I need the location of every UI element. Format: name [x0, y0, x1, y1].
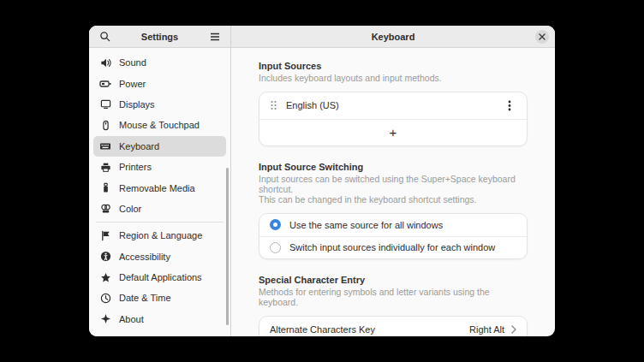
main-headerbar: Keyboard [231, 26, 555, 48]
drag-handle-icon[interactable] [270, 100, 277, 110]
sidebar-item-keyboard[interactable]: Keyboard [93, 136, 226, 157]
sidebar: Settings Sound Power [89, 26, 231, 336]
clock-icon [99, 292, 111, 304]
monitor-icon [99, 98, 111, 110]
section-title: Special Character Entry [259, 275, 528, 285]
menu-icon[interactable] [207, 29, 223, 45]
sidebar-item-sound[interactable]: Sound [93, 52, 226, 73]
section-description: Input sources can be switched using the … [259, 175, 528, 205]
sidebar-item-label: Default Applications [119, 272, 202, 282]
radio-option-label: Use the same source for all windows [289, 220, 443, 230]
special-character-entry-section: Special Character Entry Methods for ente… [259, 275, 528, 336]
sidebar-item-power[interactable]: Power [93, 73, 226, 93]
section-title: Input Sources [259, 61, 528, 71]
battery-icon [99, 78, 111, 90]
sidebar-item-label: Displays [119, 99, 155, 110]
keyboard-settings-content: Input Sources Includes keyboard layouts … [231, 48, 555, 336]
sidebar-item-accessibility[interactable]: Accessibility [93, 246, 226, 267]
plus-icon: + [390, 125, 397, 139]
sidebar-item-printers[interactable]: Printers [93, 157, 226, 177]
mouse-icon [99, 119, 111, 131]
page-title: Keyboard [372, 32, 415, 42]
sidebar-divider [96, 222, 224, 223]
sidebar-item-color[interactable]: Color [93, 199, 226, 219]
accessibility-icon [99, 251, 111, 263]
sidebar-item-default-applications[interactable]: Default Applications [93, 267, 226, 288]
radio-option-per-window[interactable]: Switch input sources individually for ea… [259, 236, 527, 258]
sidebar-item-region-language[interactable]: Region & Language [93, 225, 226, 246]
sidebar-item-label: Accessibility [119, 252, 170, 262]
sidebar-item-label: Region & Language [119, 230, 202, 240]
main-pane: Keyboard Input Sources Includes keyboard… [231, 26, 555, 336]
sidebar-nav: Sound Power Displays Mouse & Touchpad [89, 48, 230, 336]
alternate-characters-key-row[interactable]: Alternate Characters Key Right Alt [259, 317, 527, 336]
chevron-right-icon [511, 325, 516, 334]
close-button[interactable] [535, 30, 549, 44]
usb-drive-icon [99, 182, 111, 194]
printer-icon [99, 161, 111, 173]
search-icon[interactable] [97, 29, 112, 45]
row-label: Alternate Characters Key [270, 324, 375, 335]
speaker-icon [99, 56, 111, 68]
section-description: Methods for entering symbols and letter … [259, 288, 528, 308]
sidebar-item-label: Color [119, 204, 141, 214]
section-description: Includes keyboard layouts and input meth… [259, 74, 528, 84]
description-line-1: Input sources can be switched using the … [259, 175, 528, 195]
sidebar-item-label: Mouse & Touchpad [119, 120, 200, 130]
sparkle-icon [99, 313, 111, 325]
special-character-card: Alternate Characters Key Right Alt Compo… [259, 316, 528, 336]
add-input-source-button[interactable]: + [259, 119, 527, 145]
star-icon [99, 271, 111, 283]
row-value: Right Alt [469, 324, 504, 335]
more-options-icon[interactable] [503, 98, 516, 112]
sidebar-item-label: Keyboard [119, 141, 159, 151]
keyboard-icon [99, 140, 111, 152]
sidebar-item-label: Printers [119, 162, 152, 172]
sidebar-headerbar: Settings [89, 26, 230, 48]
input-sources-section: Input Sources Includes keyboard layouts … [259, 61, 528, 146]
input-source-row[interactable]: English (US) [259, 92, 527, 119]
sidebar-item-displays[interactable]: Displays [93, 94, 226, 115]
radio-selected-icon[interactable] [270, 219, 281, 230]
settings-window: Settings Sound Power [89, 26, 555, 336]
sidebar-item-label: Date & Time [119, 293, 171, 303]
sidebar-item-label: Power [119, 79, 146, 89]
sidebar-scrollbar[interactable] [226, 168, 229, 325]
color-icon [99, 203, 111, 215]
sidebar-item-about[interactable]: About [93, 309, 226, 329]
description-line-2: This can be changed in the keyboard shor… [259, 195, 528, 205]
input-source-switching-section: Input Source Switching Input sources can… [259, 162, 528, 259]
sidebar-item-label: Removable Media [119, 183, 195, 193]
radio-option-same-source[interactable]: Use the same source for all windows [259, 214, 527, 236]
sidebar-item-label: About [119, 314, 144, 324]
source-switching-card: Use the same source for all windows Swit… [259, 213, 528, 259]
radio-option-label: Switch input sources individually for ea… [289, 242, 495, 252]
sidebar-item-label: Sound [119, 57, 146, 68]
close-icon [539, 33, 546, 40]
flag-icon [99, 229, 111, 241]
radio-unselected-icon[interactable] [270, 242, 281, 253]
input-sources-card: English (US) + [259, 92, 528, 146]
sidebar-item-mouse-touchpad[interactable]: Mouse & Touchpad [93, 115, 226, 135]
section-title: Input Source Switching [259, 162, 528, 172]
sidebar-title: Settings [141, 32, 178, 42]
sidebar-item-date-time[interactable]: Date & Time [93, 288, 226, 308]
input-source-name: English (US) [286, 100, 339, 110]
sidebar-item-removable-media[interactable]: Removable Media [93, 177, 226, 198]
